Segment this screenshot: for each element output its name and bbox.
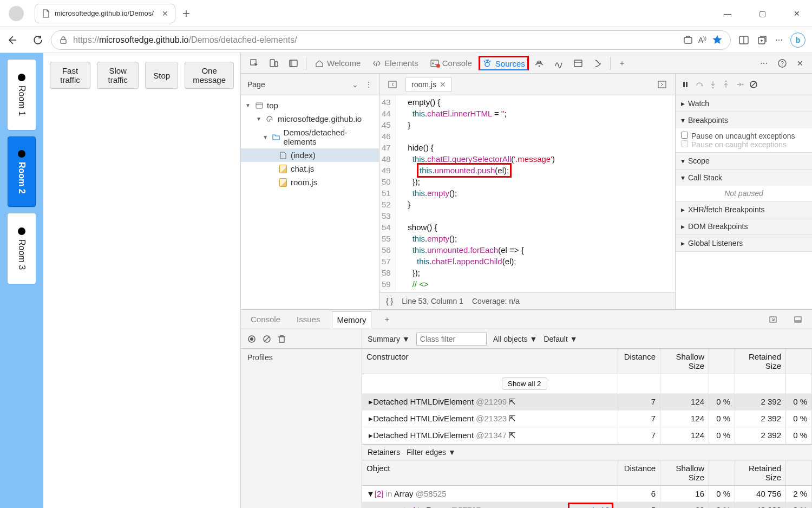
profile-avatar[interactable] <box>9 6 24 21</box>
bing-button[interactable]: b <box>790 32 806 48</box>
navigator-tab-page[interactable]: Page <box>247 80 352 89</box>
tab-welcome[interactable]: Welcome <box>310 55 366 71</box>
svg-rect-6 <box>270 60 274 67</box>
tab-sources[interactable]: Sources <box>479 56 529 70</box>
heap-row[interactable]: ▸Detached HTMLDivElement @21323 ⇱ 71240 … <box>362 411 812 427</box>
devtools-drawer: Console Issues Memory ＋ Profiles <box>241 309 812 508</box>
heap-row[interactable]: ▸Detached HTMLDivElement @21347 ⇱ 71240 … <box>362 427 812 444</box>
expand-drawer-icon[interactable] <box>764 312 782 327</box>
favorite-icon[interactable] <box>712 35 723 45</box>
settings-menu-icon[interactable]: ⋯ <box>775 36 783 44</box>
tree-folder[interactable]: ▼Demos/detached-elements <box>241 126 379 148</box>
fast-traffic-button[interactable]: Fast traffic <box>50 62 90 89</box>
dom-bp-section[interactable]: ▸DOM Breakpoints <box>676 218 812 235</box>
tree-file-chat[interactable]: chat.js <box>241 162 379 175</box>
slow-traffic-button[interactable]: Slow traffic <box>97 62 139 89</box>
inspect-icon[interactable] <box>245 55 264 71</box>
split-screen-icon[interactable] <box>738 35 749 45</box>
device-icon[interactable] <box>265 55 283 71</box>
profiles-label[interactable]: Profiles <box>241 349 362 366</box>
toggle-debugger-icon[interactable] <box>653 77 671 92</box>
filter-edges-select[interactable]: Filter edges ▼ <box>407 448 456 457</box>
tab-console[interactable]: Console <box>425 55 477 71</box>
url-input[interactable]: https://microsoftedge.github.io/Demos/de… <box>51 30 731 50</box>
code-area[interactable]: empty() { this.chatEl.innerHTML = ''; } … <box>396 95 675 292</box>
drawer-add-tab-icon[interactable]: ＋ <box>379 311 395 328</box>
class-filter-input[interactable] <box>416 333 487 346</box>
col-shallow[interactable]: Shallow Size <box>660 349 709 374</box>
app-icon[interactable] <box>683 35 693 45</box>
maximize-button[interactable]: ▢ <box>751 9 773 18</box>
col-object[interactable]: Object <box>362 460 618 485</box>
room-2[interactable]: Room 2 <box>8 136 36 207</box>
stop-button[interactable]: Stop <box>145 62 178 89</box>
new-tab-button[interactable] <box>180 7 193 20</box>
heap-snapshot-grid[interactable]: Constructor Distance Shallow Size Retain… <box>362 349 812 508</box>
collections-icon[interactable] <box>757 35 768 45</box>
pause-icon[interactable] <box>681 80 690 89</box>
read-aloud-icon[interactable]: A)) <box>698 36 706 44</box>
record-icon[interactable] <box>247 335 256 343</box>
clear-icon[interactable] <box>263 335 271 343</box>
col-distance[interactable]: Distance <box>618 349 660 374</box>
tree-file-room[interactable]: room.js <box>241 175 379 189</box>
close-file-icon[interactable]: ✕ <box>440 80 446 89</box>
svg-rect-21 <box>683 82 685 87</box>
xhr-section[interactable]: ▸XHR/fetch Breakpoints <box>676 201 812 218</box>
scope-section[interactable]: ▾Scope <box>676 153 812 169</box>
pause-uncaught-checkbox[interactable]: Pause on uncaught exceptions <box>681 132 807 140</box>
svg-point-26 <box>742 83 744 85</box>
drawer-tab-memory[interactable]: Memory <box>332 311 371 328</box>
css-overview-icon[interactable] <box>588 55 607 71</box>
default-select[interactable]: Default ▼ <box>543 335 577 343</box>
col-retained[interactable]: Retained Size <box>735 349 786 374</box>
callstack-section[interactable]: ▾Call Stack <box>676 170 812 186</box>
sources-navigator: Page ⌄ ⋮ ▼top ▼microsoftedge.github.io ▼… <box>241 74 379 309</box>
help-icon[interactable]: ? <box>773 55 791 71</box>
all-objects-select[interactable]: All objects ▼ <box>493 335 538 343</box>
step-icon <box>735 80 744 89</box>
retainer-row[interactable]: ▼unmounted in Room @57707 room.js:13 560… <box>362 502 812 508</box>
col-constructor[interactable]: Constructor <box>362 349 618 374</box>
watch-section[interactable]: ▸Watch <box>676 95 812 112</box>
tree-file-index[interactable]: (index) <box>241 148 379 162</box>
more-icon[interactable]: ⋯ <box>756 56 772 71</box>
retainer-row[interactable]: ▼[2] in Array @58525 6160 % 40 7562 % <box>362 486 812 502</box>
add-tab-icon[interactable]: ＋ <box>614 55 630 71</box>
status-position: Line 53, Column 1 <box>402 297 463 305</box>
summary-select[interactable]: Summary ▼ <box>368 335 410 343</box>
drawer-tab-console[interactable]: Console <box>246 311 285 327</box>
global-listeners-section[interactable]: ▸Global Listeners <box>676 235 812 251</box>
one-message-button[interactable]: One message <box>185 62 234 89</box>
room-3[interactable]: Room 3 <box>8 213 36 284</box>
tab-close-icon[interactable]: ✕ <box>162 9 168 18</box>
navigator-more-icon[interactable]: ⋮ <box>365 80 372 89</box>
dock-icon[interactable] <box>789 312 807 327</box>
source-link[interactable]: room.js:13 <box>568 503 613 508</box>
deactivate-breakpoints-icon[interactable] <box>749 80 758 89</box>
application-icon[interactable] <box>569 55 587 71</box>
close-devtools-icon[interactable]: ✕ <box>793 56 808 71</box>
close-button[interactable]: ✕ <box>786 9 808 18</box>
tab-elements[interactable]: Elements <box>367 55 424 71</box>
network-icon[interactable] <box>530 55 548 71</box>
breakpoints-section[interactable]: ▾Breakpoints <box>676 112 812 128</box>
minimize-button[interactable]: — <box>717 9 738 18</box>
chevron-down-icon[interactable]: ⌄ <box>352 80 358 89</box>
performance-icon[interactable] <box>549 55 568 71</box>
show-all-button[interactable]: Show all 2 <box>502 377 547 390</box>
toggle-sidebar-icon[interactable] <box>284 55 303 71</box>
tree-top[interactable]: ▼top <box>241 99 379 112</box>
back-button[interactable] <box>6 35 17 45</box>
drawer-tab-issues[interactable]: Issues <box>292 311 324 327</box>
heap-row[interactable]: ▸Detached HTMLDivElement @21299 ⇱ 71240 … <box>362 394 812 411</box>
toggle-nav-icon[interactable] <box>384 77 401 92</box>
tree-host[interactable]: ▼microsoftedge.github.io <box>241 112 379 126</box>
refresh-button[interactable] <box>32 35 43 45</box>
file-tab-roomjs[interactable]: room.js✕ <box>405 77 452 92</box>
brackets-icon[interactable]: { } <box>386 297 393 305</box>
room-1[interactable]: Room 1 <box>8 60 36 130</box>
delete-icon[interactable] <box>278 335 286 343</box>
browser-tab[interactable]: microsoftedge.github.io/Demos/ ✕ <box>35 4 175 23</box>
svg-rect-10 <box>431 60 438 67</box>
